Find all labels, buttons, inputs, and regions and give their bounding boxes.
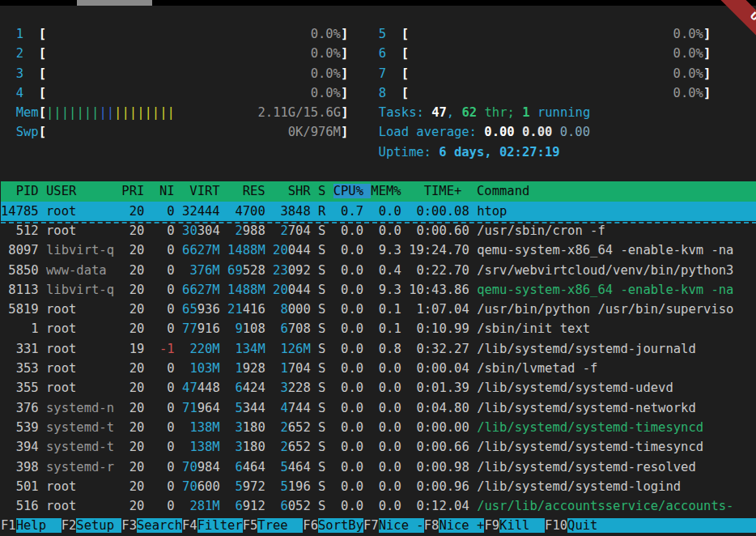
res-cell: 344: [243, 401, 265, 415]
virt-cell: 220M: [182, 342, 220, 356]
column-header-user[interactable]: USER: [46, 184, 121, 198]
text: [348, 125, 378, 139]
fnkey-nice-[interactable]: Nice -: [379, 518, 424, 533]
process-row[interactable]: 5819 root 20 0 65936 21416 8000 S 0.0 0.…: [1, 300, 756, 319]
cpu-cell: 0.0: [333, 420, 363, 435]
column-header-s[interactable]: S: [318, 184, 333, 198]
res-cell: 134M: [227, 342, 265, 356]
text: [39, 321, 46, 336]
process-row[interactable]: 8113 libvirt-q 20 0 6627M 1488M 20044 S …: [1, 280, 756, 300]
meter-open-bracket: [: [39, 66, 46, 81]
process-row[interactable]: 398 systemd-r 20 0 70984 6464 5464 S 0.0…: [1, 457, 756, 477]
command-cell: /sbin/lvmetad -f: [477, 361, 597, 376]
command-cell: /sbin/init text: [477, 321, 590, 336]
text: [220, 479, 227, 494]
text: [401, 283, 409, 297]
command-cell: /lib/systemd/systemd-journald: [477, 342, 696, 356]
column-header-ni[interactable]: NI: [152, 184, 182, 198]
text: [401, 204, 409, 219]
shr-cell: 1: [273, 361, 288, 376]
fnkey-filter[interactable]: Filter: [197, 518, 243, 533]
res-cell: 21: [227, 302, 243, 317]
ni-cell: 0: [152, 361, 175, 376]
cpu-cell: 0.0: [333, 223, 363, 238]
process-row[interactable]: 5850 www-data 20 0 376M 69528 23092 S 0.…: [1, 261, 756, 280]
fnkey-number-f9: F9: [484, 518, 499, 533]
meter-close-bracket: ]: [703, 27, 711, 41]
res-cell: 180: [243, 420, 265, 435]
mem-bar-used: |: [76, 105, 83, 120]
process-row[interactable]: 8097 libvirt-q 20 0 6627M 1488M 20044 S …: [1, 240, 756, 260]
fnkey-number-f6: F6: [303, 518, 318, 533]
text: [114, 401, 121, 415]
text: [175, 440, 182, 454]
column-header-res[interactable]: RES: [227, 184, 273, 198]
terminal-window: 1 [ 0.0%] 5 [ 0.0%] 2 [ 0.0%] 6 [ 0.0%] …: [0, 0, 756, 536]
process-row[interactable]: 1 root 20 0 77916 9108 6708 S 0.0 0.1 0:…: [1, 319, 756, 338]
pri-cell: 20: [121, 204, 144, 219]
text: [39, 283, 46, 297]
process-row[interactable]: 516 root 20 0 281M 6912 6052 S 0.0 0.0 0…: [1, 496, 756, 516]
function-key-bar: F1Help F2Setup F3SearchF4FilterF5Tree F6…: [1, 516, 756, 535]
column-header-time[interactable]: TIME+: [409, 184, 477, 198]
process-row[interactable]: 353 root 20 0 103M 1928 1704 S 0.0 0.0 0…: [1, 359, 756, 378]
fnkey-search[interactable]: Search: [137, 518, 182, 533]
column-header-cpu[interactable]: CPU%: [333, 184, 372, 198]
ni-cell: 0: [152, 499, 175, 513]
pid-cell: 501: [1, 479, 39, 494]
process-row[interactable]: 376 systemd-n 20 0 71964 5344 4744 S 0.0…: [1, 398, 756, 418]
cpu-meter-label: 4: [16, 86, 39, 100]
process-row[interactable]: 394 systemd-t 20 0 138M 3180 2652 S 0.0 …: [1, 437, 756, 457]
column-header-mem[interactable]: MEM%: [371, 184, 409, 198]
text: [265, 420, 273, 435]
process-row[interactable]: 512 root 20 0 30304 2988 2704 S 0.0 0.0 …: [1, 221, 756, 240]
column-header-pid[interactable]: PID: [1, 184, 46, 198]
column-header-shr[interactable]: SHR: [273, 184, 318, 198]
res-cell: 928: [243, 361, 265, 376]
cpu-meter-value: 0.0%: [409, 66, 703, 81]
process-row[interactable]: 539 systemd-t 20 0 138M 3180 2652 S 0.0 …: [1, 418, 756, 437]
ni-cell: 0: [152, 321, 175, 336]
text: [265, 361, 273, 376]
fnkey-tree[interactable]: Tree: [257, 518, 303, 533]
process-row[interactable]: 355 root 20 0 47448 6424 3228 S 0.0 0.0 …: [1, 378, 756, 398]
text: [325, 243, 333, 257]
text: [114, 321, 121, 336]
column-header-pri[interactable]: PRI: [121, 184, 151, 198]
text: [401, 381, 409, 395]
fnkey-sortby[interactable]: SortBy: [318, 518, 363, 533]
process-row[interactable]: 501 root 20 0 70600 5972 5196 S 0.0 0.0 …: [1, 477, 756, 496]
text: [220, 223, 227, 238]
process-row-selected[interactable]: 14785 root 20 0 32444 4700 3848 R 0.7 0.…: [1, 202, 756, 221]
column-header-virt[interactable]: VIRT: [182, 184, 227, 198]
mem-cell: 9.3: [371, 243, 401, 257]
text: [144, 204, 151, 219]
user-cell: root: [46, 381, 114, 395]
process-row[interactable]: 331 root 19 -1 220M 134M 126M S 0.0 0.8 …: [1, 339, 756, 359]
fnkey-quit[interactable]: Quit: [567, 518, 756, 533]
shr-cell: 4: [273, 401, 288, 415]
virt-cell: 448: [197, 381, 220, 395]
text: [552, 125, 559, 139]
mem-meter-label: Mem: [16, 105, 39, 120]
text: [401, 223, 409, 238]
mem-cell: 0.0: [371, 499, 401, 513]
ni-cell: 0: [152, 479, 175, 494]
cpu-cell: 0.0: [333, 401, 363, 415]
text: [325, 440, 333, 454]
mem-cell: 0.0: [371, 460, 401, 474]
mem-bar-cache: |: [144, 105, 151, 120]
shr-cell: 8: [273, 302, 288, 317]
uptime-value: 6 days, 02:27:19: [439, 145, 559, 160]
text: [175, 302, 182, 317]
fnkey-setup[interactable]: Setup: [76, 518, 121, 533]
meter-close-bracket: ]: [341, 86, 348, 100]
text: [144, 243, 151, 257]
cpu-meter-value: 0.0%: [46, 86, 341, 100]
fnkey-help[interactable]: Help: [16, 518, 62, 533]
fnkey-kill[interactable]: Kill: [499, 518, 545, 533]
shr-cell: 708: [288, 321, 311, 336]
column-header-command[interactable]: Command: [477, 184, 529, 198]
text: [39, 361, 46, 376]
fnkey-nice-[interactable]: Nice +: [439, 518, 484, 533]
